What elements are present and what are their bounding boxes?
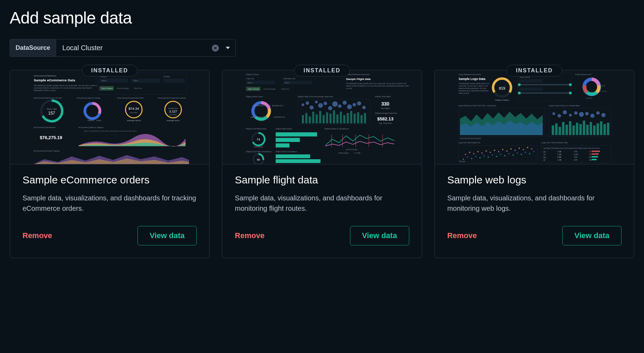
svg-text:average spend: average spend	[127, 119, 141, 121]
svg-rect-173	[565, 125, 568, 135]
svg-text:Apply changes: Apply changes	[101, 87, 113, 89]
svg-point-73	[332, 101, 338, 107]
svg-text:Select...: Select...	[101, 80, 108, 82]
card-flights: INSTALLED [Flights] Controls Origin City…	[222, 70, 422, 258]
svg-rect-175	[572, 125, 575, 135]
svg-text:interact with the visualizatio: interact with the visualizations. For mo…	[458, 88, 486, 89]
svg-point-210	[506, 150, 508, 152]
datasource-row: DataSource Local Cluster ✕	[10, 39, 634, 57]
svg-rect-81	[305, 113, 307, 124]
svg-point-71	[324, 102, 327, 105]
svg-text:819: 819	[499, 86, 505, 90]
svg-rect-146	[519, 92, 570, 94]
svg-text:[eCommerce] Total Revenue: [eCommerce] Total Revenue	[34, 126, 55, 128]
svg-text:50: 50	[257, 158, 260, 161]
svg-text:0.98B: 0.98B	[557, 156, 561, 158]
svg-point-206	[498, 151, 499, 152]
svg-text:7.2%: 7.2%	[574, 156, 577, 158]
svg-rect-93	[347, 113, 349, 124]
svg-text:per 30 minutes: per 30 minutes	[346, 148, 358, 151]
svg-text:[Flights] Delays & Cancellatio: [Flights] Delays & Cancellations	[325, 128, 349, 130]
svg-text:[Flights] Markdown Instruction: [Flights] Markdown Instructions	[346, 73, 370, 75]
svg-point-74	[338, 105, 342, 108]
svg-point-167	[596, 111, 600, 115]
svg-text:[Logs] Markdown Instructions: [Logs] Markdown Instructions	[458, 73, 481, 75]
svg-rect-91	[340, 112, 342, 124]
svg-text:Destination City: Destination City	[283, 78, 295, 80]
view-data-button[interactable]: View data	[137, 226, 197, 245]
svg-rect-92	[343, 115, 346, 124]
svg-rect-85	[319, 111, 321, 124]
svg-text:[Flights] Total Flights: [Flights] Total Flights	[375, 96, 391, 98]
svg-text:average items: average items	[167, 119, 180, 121]
view-data-button[interactable]: View data	[562, 226, 621, 245]
svg-text:png: png	[543, 156, 546, 158]
svg-point-70	[318, 103, 323, 108]
svg-point-214	[515, 150, 516, 151]
svg-point-166	[590, 114, 594, 118]
remove-button[interactable]: Remove	[235, 231, 265, 240]
svg-rect-88	[330, 114, 332, 124]
remove-button[interactable]: Remove	[447, 231, 477, 240]
svg-point-200	[485, 150, 487, 152]
svg-text:File type: File type	[459, 161, 465, 162]
remove-button[interactable]: Remove	[23, 231, 52, 240]
svg-point-198	[481, 152, 483, 154]
svg-rect-172	[562, 122, 564, 135]
svg-rect-142	[519, 84, 570, 85]
svg-point-79	[363, 106, 366, 109]
svg-text:21.5%: 21.5%	[574, 154, 578, 155]
svg-rect-86	[323, 115, 325, 124]
svg-text:This dashboard contains sample: This dashboard contains sample data for …	[458, 83, 490, 84]
svg-text:[eCommerce] Average Sold Quant: [eCommerce] Average Sold Quantity	[158, 97, 186, 99]
svg-text:Select...: Select...	[133, 80, 139, 82]
svg-text:Unique Visitors: Unique Visitors	[495, 99, 509, 101]
svg-rect-170	[555, 123, 557, 135]
svg-point-208	[502, 149, 503, 150]
view-data-button[interactable]: View data	[350, 226, 409, 245]
svg-rect-97	[361, 115, 363, 124]
clear-icon[interactable]: ✕	[212, 45, 219, 52]
card-description: Sample data, visualizations, and dashboa…	[23, 193, 197, 214]
svg-point-165	[585, 112, 589, 116]
svg-text:to play with. You can view it,: to play with. You can view it, search it…	[458, 85, 488, 87]
svg-text:223: 223	[589, 151, 592, 153]
svg-text:74: 74	[257, 138, 260, 141]
chevron-down-icon[interactable]	[226, 47, 230, 49]
svg-point-75	[343, 101, 347, 105]
svg-point-147	[518, 92, 520, 94]
card-title: Sample web logs	[447, 174, 621, 186]
svg-text:css: css	[543, 154, 546, 155]
card-actions: Remove View data	[23, 226, 197, 245]
svg-point-163	[574, 111, 578, 115]
svg-point-66	[302, 103, 304, 106]
svg-text:Clear form: Clear form	[281, 88, 289, 90]
card-title: Sample eCommerce orders	[23, 174, 197, 186]
svg-rect-185	[607, 123, 609, 135]
svg-text:Apply changes: Apply changes	[248, 88, 260, 90]
svg-point-69	[315, 101, 318, 103]
svg-rect-98	[364, 113, 366, 124]
svg-text:[eCommerce] Markdown: [eCommerce] Markdown	[34, 75, 56, 77]
svg-point-67	[306, 101, 309, 105]
svg-point-143	[518, 83, 520, 86]
svg-text:$76,275.19: $76,275.19	[40, 135, 62, 140]
svg-text:[Logs] Host, Visits and Bytes : [Logs] Host, Visits and Bytes Table	[541, 142, 568, 144]
svg-rect-95	[354, 114, 356, 124]
svg-rect-90	[337, 115, 339, 124]
svg-text:Total Delays: Total Delays	[254, 146, 263, 148]
svg-text:Dashboards, check our docs.: Dashboards, check our docs.	[34, 89, 56, 91]
datasource-label: DataSource	[10, 39, 56, 57]
svg-point-68	[310, 106, 314, 110]
svg-rect-181	[593, 125, 596, 135]
svg-text:Select...: Select...	[285, 82, 291, 84]
svg-text:Origin City: Origin City	[246, 78, 254, 80]
card-description: Sample data, visualizations, and dashboa…	[447, 193, 621, 214]
datasource-select[interactable]: Local Cluster ✕	[56, 39, 236, 57]
card-weblogs: INSTALLED [Logs] Markdown Instructions S…	[435, 70, 634, 258]
svg-text:157: 157	[48, 111, 55, 116]
svg-rect-12	[163, 79, 185, 83]
svg-point-222	[531, 148, 532, 150]
svg-point-190	[465, 154, 466, 155]
card-actions: Remove View data	[235, 226, 409, 245]
